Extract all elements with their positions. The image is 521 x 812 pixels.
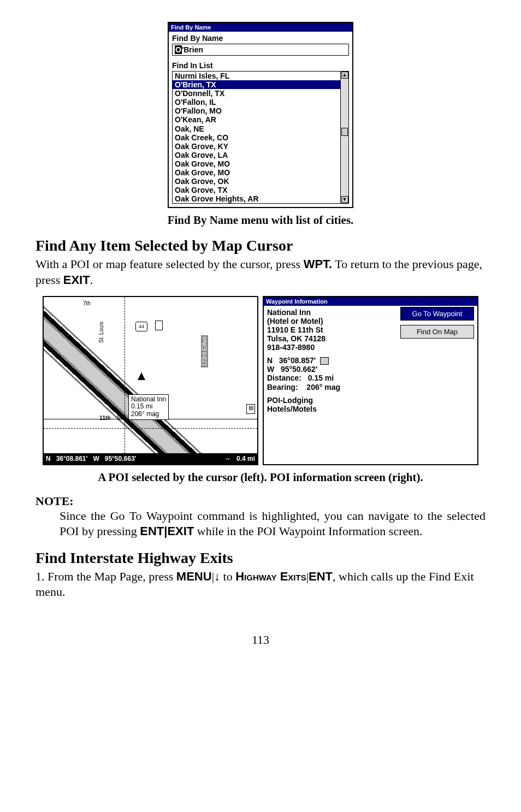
figure2-caption: A POI selected by the cursor (left). POI… bbox=[35, 471, 486, 484]
wp-lat: 36°08.857' bbox=[279, 356, 316, 365]
input-cursor-char: O bbox=[175, 45, 182, 54]
list-item[interactable]: O'Brien, TX bbox=[173, 80, 348, 89]
road-vertical bbox=[125, 297, 125, 464]
note-text-b: while in the POI Waypoint Information sc… bbox=[194, 524, 422, 538]
poi-label-box: National Inn 0.15 mi 206° mag bbox=[128, 394, 169, 420]
wp-phone: 918-437-8980 bbox=[267, 343, 474, 352]
ent-key-2: ENT bbox=[309, 570, 333, 583]
wp-titlebar: Waypoint Information bbox=[264, 297, 477, 306]
wp-bear-label: Bearing: bbox=[267, 383, 298, 392]
go-to-waypoint-button[interactable]: Go To Waypoint bbox=[400, 307, 474, 321]
page-number: 113 bbox=[35, 633, 486, 647]
exit-key: EXIT bbox=[63, 273, 90, 287]
para1: With a POI or map feature selected by th… bbox=[35, 257, 486, 288]
find-by-name-label: Find By Name bbox=[169, 32, 352, 44]
poi-name: National Inn bbox=[131, 396, 166, 404]
road-horizontal-2 bbox=[44, 428, 257, 429]
street-11th-suffix: S bbox=[117, 415, 121, 421]
scroll-track[interactable] bbox=[341, 79, 348, 196]
wp-cat1: POI-Lodging bbox=[267, 396, 474, 405]
highway-graphic bbox=[43, 296, 258, 465]
arrows-icon: ↔ bbox=[224, 455, 231, 463]
menu-key: MENU bbox=[176, 570, 212, 583]
highway-exits-key: Highway Exits bbox=[235, 570, 306, 583]
para2-text-a: 1. From the Map Page, press bbox=[35, 570, 176, 583]
para1-text-c: . bbox=[90, 273, 93, 287]
wp-lon-dir: W bbox=[267, 365, 274, 374]
list-item[interactable]: O'Kean, AR bbox=[173, 115, 348, 124]
lat-value: 36°08.861' bbox=[56, 455, 88, 463]
scale-value: 0.4 mi bbox=[236, 455, 255, 463]
scroll-up-icon[interactable]: ▲ bbox=[341, 72, 348, 79]
city-list[interactable]: Nurmi Isles, FLO'Brien, TXO'Donnell, TXO… bbox=[172, 71, 349, 204]
list-item[interactable]: Oak Grove, KY bbox=[173, 142, 348, 151]
list-item[interactable]: Oak Grove Heights, AR bbox=[173, 194, 348, 203]
find-by-name-input[interactable]: O'Brien bbox=[172, 44, 349, 56]
list-item[interactable]: O'Fallon, IL bbox=[173, 98, 348, 106]
para2: 1. From the Map Page, press MENU|↓ to Hi… bbox=[35, 569, 486, 600]
wp-dist-label: Distance: bbox=[267, 374, 301, 382]
poi-distance: 0.15 mi bbox=[131, 403, 166, 411]
wp-bear-value: 206° mag bbox=[306, 383, 340, 392]
wpt-key: WPT. bbox=[304, 257, 333, 271]
dual-figure: 44 7th St. Louis 123rd E/Ave National In… bbox=[35, 296, 486, 465]
map-status-bar: N 36°08.861' W 95°50.663' ↔ 0.4 mi bbox=[44, 453, 257, 464]
cursor-triangle-icon bbox=[138, 372, 145, 380]
list-item[interactable]: Oak Grove, MO bbox=[173, 168, 348, 177]
list-item[interactable]: Oak Grove, MO bbox=[173, 159, 348, 168]
street-123rd-label: 123rd E/Ave bbox=[201, 335, 208, 368]
lat-dir: N bbox=[46, 455, 51, 463]
highway-shield: 44 bbox=[135, 322, 147, 331]
flag-icon bbox=[320, 357, 329, 365]
find-on-map-button[interactable]: Find On Map bbox=[400, 325, 474, 339]
wp-cat2: Hotels/Motels bbox=[267, 405, 474, 413]
input-rest: 'Brien bbox=[182, 45, 203, 54]
wp-dist-value: 0.15 mi bbox=[308, 374, 334, 382]
scroll-down-icon[interactable]: ▼ bbox=[341, 196, 348, 203]
down-arrow-icon: ↓ bbox=[214, 570, 220, 583]
note-block: NOTE: Since the Go To Waypoint command i… bbox=[35, 494, 486, 540]
find-in-list-label: Find In List bbox=[169, 59, 352, 71]
scale-control-icon[interactable]: ▤ bbox=[246, 404, 255, 414]
para1-text-a: With a POI or map feature selected by th… bbox=[35, 257, 304, 271]
note-body: Since the Go To Waypoint command is high… bbox=[60, 508, 486, 540]
street-stlouis-label: St. Louis bbox=[98, 322, 104, 343]
figure1-caption: Find By Name menu with list of cities. bbox=[35, 214, 486, 227]
list-item[interactable]: O'Fallon, MO bbox=[173, 106, 348, 115]
list-item[interactable]: Nurmi Isles, FL bbox=[173, 72, 348, 80]
wp-buttons: Go To Waypoint Find On Map bbox=[400, 307, 474, 343]
list-scrollbar[interactable]: ▲ ▼ bbox=[340, 72, 348, 203]
list-item[interactable]: Oak Grove, TX bbox=[173, 186, 348, 194]
lon-value: 95°50.663' bbox=[105, 455, 137, 463]
street-11th-prefix: 11th bbox=[99, 415, 111, 421]
list-item[interactable]: Oak Grove, OK bbox=[173, 177, 348, 186]
lon-dir: W bbox=[93, 455, 99, 463]
section1-heading: Find Any Item Selected by Map Cursor bbox=[35, 237, 486, 254]
find-by-name-figure: Find By Name Find By Name O'Brien Find I… bbox=[35, 22, 486, 208]
exit-key-2: EXIT bbox=[167, 524, 194, 538]
list-item[interactable]: Oak Creek, CO bbox=[173, 133, 348, 142]
list-item[interactable]: O'Donnell, TX bbox=[173, 89, 348, 98]
wp-lon: 95°50.662' bbox=[281, 365, 317, 374]
find-by-name-window: Find By Name Find By Name O'Brien Find I… bbox=[168, 22, 353, 208]
waypoint-info-panel: Waypoint Information National Inn (Hotel… bbox=[263, 296, 478, 465]
list-item[interactable]: Oak, NE bbox=[173, 125, 348, 133]
poi-bearing: 206° mag bbox=[131, 411, 166, 418]
para2-text-b: to bbox=[220, 570, 235, 583]
scroll-thumb[interactable] bbox=[341, 128, 348, 136]
wp-lat-dir: N bbox=[267, 356, 273, 365]
street-7th-label: 7th bbox=[83, 300, 91, 306]
note-heading: NOTE: bbox=[35, 494, 486, 508]
list-item[interactable]: Oak Grove, LA bbox=[173, 151, 348, 159]
window-titlebar: Find By Name bbox=[169, 23, 352, 32]
ent-key: ENT bbox=[140, 524, 164, 538]
section2-heading: Find Interstate Highway Exits bbox=[35, 549, 486, 567]
north-flag-icon bbox=[155, 321, 163, 330]
map-panel: 44 7th St. Louis 123rd E/Ave National In… bbox=[43, 296, 258, 465]
